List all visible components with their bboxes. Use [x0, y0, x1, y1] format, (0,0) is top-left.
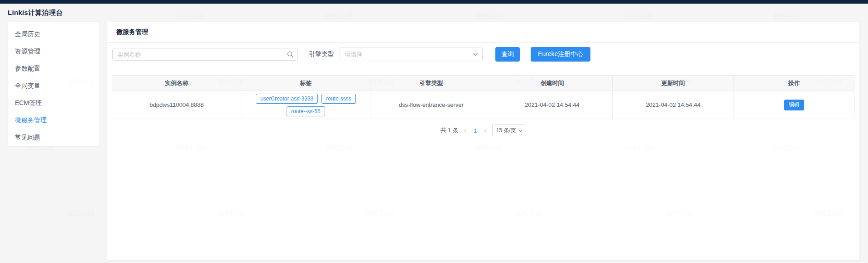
app-title: Linkis计算治理台	[8, 9, 63, 17]
page-title-row: 微服务管理	[107, 22, 859, 43]
column-header-update-time: 更新时间	[612, 76, 734, 91]
sidebar-item-ecm-management[interactable]: ECM管理	[8, 94, 99, 111]
chevron-down-icon	[472, 51, 479, 57]
table-row: bdpdws110004:8888 userCreator-asd-3333 r…	[112, 91, 854, 119]
cell-update-time: 2021-04-02 14:54:44	[612, 91, 734, 119]
table-header-row: 实例名称 标签 引擎类型 创建时间 更新时间 操作	[112, 76, 854, 91]
main-content-card: 微服务管理 引擎类型 请选择 查询 Eureke注册中心 实例名称	[107, 22, 859, 260]
sidebar-item-resource-management[interactable]: 资源管理	[8, 43, 99, 60]
sidebar: 全局历史 资源管理 参数配置 全局变量 ECM管理 微服务管理 常见问题	[8, 22, 99, 146]
eureka-registry-button[interactable]: Eureke注册中心	[531, 47, 590, 62]
top-navy-bar	[0, 0, 868, 4]
column-header-instance-name: 实例名称	[112, 76, 241, 91]
sidebar-item-global-history[interactable]: 全局历史	[8, 25, 99, 43]
watermark-text: leebai	[68, 207, 95, 219]
tag-chip[interactable]: route--ss-55	[287, 106, 325, 116]
instance-name-search	[112, 48, 298, 61]
query-button[interactable]: 查询	[495, 47, 520, 62]
edit-button[interactable]: 编辑	[784, 100, 804, 110]
column-header-tags: 标签	[241, 76, 370, 91]
cell-operation: 编辑	[734, 91, 854, 119]
tag-chip[interactable]: route-ssss	[321, 94, 355, 104]
sidebar-item-global-variables[interactable]: 全局变量	[8, 77, 99, 94]
pagination-prev-icon[interactable]: ‹	[463, 125, 467, 135]
instance-name-input[interactable]	[113, 48, 297, 60]
chevron-down-icon	[518, 128, 523, 133]
page-size-value: 15 条/页	[496, 127, 516, 134]
cell-instance-name: bdpdws110004:8888	[112, 91, 241, 119]
engine-type-label: 引擎类型	[309, 50, 334, 58]
pagination-page-1[interactable]: 1	[472, 127, 479, 134]
page-title: 微服务管理	[116, 28, 148, 36]
page-size-select[interactable]: 15 条/页	[492, 124, 526, 136]
cell-tags: userCreator-asd-3333 route-ssss route--s…	[241, 91, 370, 119]
pagination: 共 1 条 ‹ 1 › 15 条/页	[107, 124, 859, 136]
pagination-total: 共 1 条	[440, 126, 458, 134]
engine-type-select[interactable]: 请选择	[340, 48, 483, 61]
cell-create-time: 2021-04-02 14:54:44	[492, 91, 613, 119]
sidebar-item-parameter-config[interactable]: 参数配置	[8, 60, 99, 77]
pagination-next-icon[interactable]: ›	[483, 125, 487, 135]
column-header-engine-type: 引擎类型	[370, 76, 492, 91]
toolbar: 引擎类型 请选择 查询 Eureke注册中心	[107, 47, 859, 62]
microservice-table: 实例名称 标签 引擎类型 创建时间 更新时间 操作 bdpdws110004:8…	[112, 75, 854, 119]
sidebar-item-microservice-management[interactable]: 微服务管理	[8, 111, 99, 129]
column-header-create-time: 创建时间	[492, 76, 613, 91]
tag-chip[interactable]: userCreator-asd-3333	[256, 94, 318, 104]
sidebar-item-faq[interactable]: 常见问题	[8, 129, 99, 146]
column-header-operation: 操作	[734, 76, 854, 91]
search-icon[interactable]	[287, 51, 294, 58]
app-header: Linkis计算治理台	[0, 4, 868, 22]
cell-engine-type: dss-flow-entrance-server	[370, 91, 492, 119]
engine-type-select-value: 请选择	[345, 50, 362, 58]
